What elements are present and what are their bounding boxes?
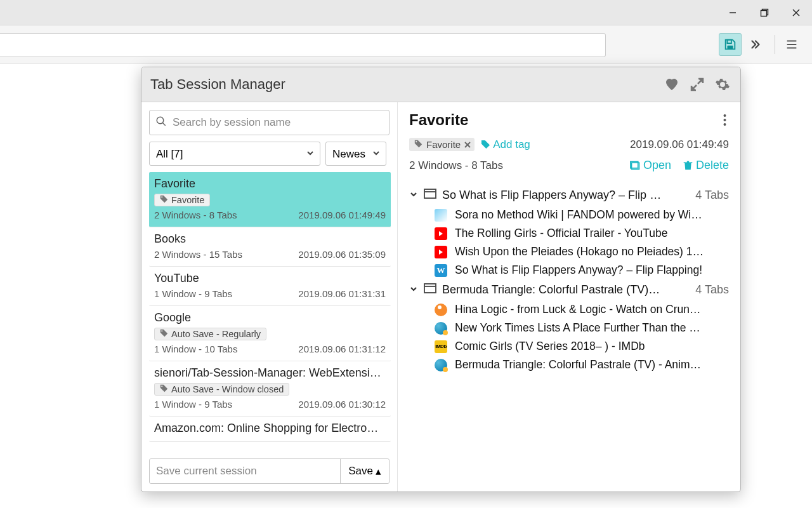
browser-toolbar [0,25,812,64]
session-tag: Auto Save - Window closed [154,383,289,396]
svg-rect-6 [727,45,733,49]
window-row[interactable]: Bermuda Triangle: Colorful Pastrale (TV)… [409,279,729,300]
window-restore-button[interactable] [749,0,780,25]
session-meta: 1 Window - 9 Tabs2019.09.06 01:30:12 [154,399,386,410]
search-icon [155,116,167,130]
toolbar-separator [775,35,775,54]
chevron-down-icon[interactable] [409,189,418,202]
detail-tag-chip[interactable]: Favorite [409,138,475,151]
tag-icon [481,140,490,149]
session-name: Books [154,232,386,246]
session-name: YouTube [154,272,386,285]
svg-point-15 [724,114,726,117]
tab-row[interactable]: Sora no Method Wiki | FANDOM powered by … [435,206,729,224]
svg-rect-23 [424,189,436,198]
tab-row[interactable]: Bermuda Triangle: Colorful Pastrale (TV)… [435,356,729,374]
youtube-favicon [435,227,447,240]
crunchyroll-favicon [435,304,447,316]
tabs-list: Sora no Method Wiki | FANDOM powered by … [435,206,729,279]
detail-date: 2019.09.06 01:49:49 [630,138,729,151]
tab-title: Sora no Method Wiki | FANDOM powered by … [455,208,702,222]
detail-meta: 2 Windows - 8 Tabs [409,159,503,172]
fandom-favicon [435,209,447,222]
window-icon [424,189,436,202]
session-tag: Favorite [154,194,210,206]
open-label: Open [643,159,671,172]
toolbar-overflow-button[interactable] [744,33,767,56]
session-item[interactable]: sienori/Tab-Session-Manager: WebExtensi…… [149,361,391,417]
filter-select[interactable]: All [7] [149,142,320,166]
add-tag-button[interactable]: Add tag [481,138,530,151]
session-name: Google [154,311,386,324]
window-title: So What is Flip Flappers Anyway? – Flip … [442,189,663,202]
tab-row[interactable]: The Rolling Girls - Official Trailer - Y… [435,224,729,243]
remove-tag-icon[interactable] [464,139,471,150]
tabs-list: Hina Logic - from Luck & Logic - Watch o… [435,300,729,374]
window-minimize-button[interactable] [717,0,749,25]
tab-row[interactable]: Comic Girls (TV Series 2018– ) - IMDb [435,337,729,356]
tab-title: So What is Flip Flappers Anyway? – Flip … [455,264,702,277]
session-item[interactable]: Amazon.com: Online Shopping for Electro… [149,417,391,442]
open-icon [630,160,641,171]
gear-icon[interactable] [714,76,731,93]
svg-point-12 [161,196,162,197]
window-title: Bermuda Triangle: Colorful Pastrale (TV)… [442,283,663,297]
globe-favicon [435,359,447,371]
svg-point-16 [724,119,726,121]
session-list[interactable]: FavoriteFavorite2 Windows - 8 Tabs2019.0… [149,172,397,453]
heart-icon[interactable] [663,76,681,93]
delete-button[interactable]: Delete [683,159,729,172]
session-meta: 2 Windows - 8 Tabs2019.09.06 01:49:49 [154,210,386,220]
add-tag-label: Add tag [493,138,530,151]
tab-title: Bermuda Triangle: Colorful Pastrale (TV)… [455,358,701,371]
tag-icon [160,384,168,394]
extension-icon-tab-session-manager[interactable] [719,33,742,56]
save-button[interactable]: Save▴ [340,459,389,483]
chevron-down-icon[interactable] [409,283,418,297]
svg-point-17 [724,123,726,126]
session-meta: 2 Windows - 15 Tabs2019.09.06 01:35:09 [154,249,386,260]
svg-line-11 [162,123,166,126]
search-input[interactable] [149,110,390,135]
imdb-favicon [435,340,447,353]
session-tag: Auto Save - Regularly [154,328,266,340]
tab-row[interactable]: So What is Flip Flappers Anyway? – Flip … [435,261,729,279]
session-item[interactable]: Books2 Windows - 15 Tabs2019.09.06 01:35… [149,227,391,267]
sort-select[interactable]: Newest [325,142,386,166]
save-session-input[interactable] [150,459,340,483]
tab-row[interactable]: Hina Logic - from Luck & Logic - Watch o… [435,300,729,319]
more-menu-button[interactable] [721,111,729,131]
popup-title: Tab Session Manager [150,76,655,93]
session-meta: 1 Window - 10 Tabs2019.09.06 01:31:12 [154,344,386,354]
window-row[interactable]: So What is Flip Flappers Anyway? – Flip … [409,185,729,206]
svg-point-14 [161,385,162,387]
tag-icon [414,139,422,150]
window-close-button[interactable] [780,0,812,25]
session-name: sienori/Tab-Session-Manager: WebExtensi… [154,366,386,380]
detail-tag-label: Favorite [426,139,461,150]
expand-icon[interactable] [688,76,706,93]
browser-menu-button[interactable] [780,33,803,56]
caret-up-icon: ▴ [376,465,381,478]
url-bar[interactable] [0,33,606,57]
window-tab-count: 4 Tabs [695,283,729,297]
tab-title: The Rolling Girls - Official Trailer - Y… [455,227,668,240]
tab-row[interactable]: Wish Upon the Pleiades (Hokago no Pleiad… [435,243,729,261]
session-name: Favorite [154,177,386,190]
session-item[interactable]: FavoriteFavorite2 Windows - 8 Tabs2019.0… [149,172,391,227]
tag-icon [160,329,168,339]
window-icon [424,283,436,297]
wordpress-favicon [435,264,447,277]
open-button[interactable]: Open [630,159,671,172]
window-tab-count: 4 Tabs [695,189,729,202]
tab-title: Hina Logic - from Luck & Logic - Watch o… [455,303,700,316]
svg-point-13 [161,330,162,331]
session-item[interactable]: YouTube1 Window - 9 Tabs2019.09.06 01:31… [149,267,391,306]
session-meta: 1 Window - 9 Tabs2019.09.06 01:31:31 [154,288,386,299]
svg-rect-2 [761,10,767,16]
tab-row[interactable]: New York Times Lists A Place Further Tha… [435,319,729,337]
tab-title: New York Times Lists A Place Further Tha… [455,321,700,335]
globe-favicon [435,322,447,335]
popup-panel: Tab Session Manager All [7] Newest Fa [141,67,741,492]
session-item[interactable]: GoogleAuto Save - Regularly1 Window - 10… [149,306,391,361]
